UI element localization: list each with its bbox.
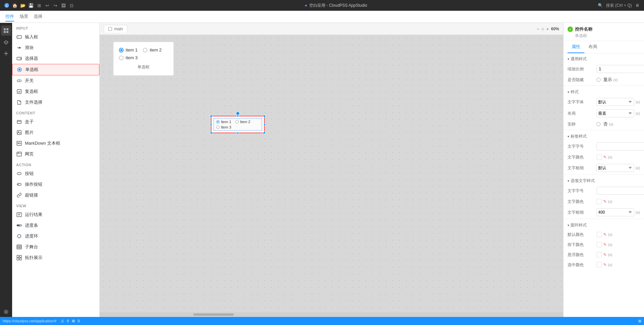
tab-controls[interactable]: 控件 <box>5 12 14 22</box>
home-icon[interactable]: 🏠 <box>12 3 18 8</box>
prop-selected-color-swatch[interactable] <box>597 262 602 267</box>
component-checkbox[interactable]: 复选框 <box>12 86 99 97</box>
component-progress-ring[interactable]: 进度环 <box>12 231 99 242</box>
prop-press-color-label: 按下颜色 <box>568 242 594 248</box>
component-run-result[interactable]: 运行结果 <box>12 209 99 220</box>
zoom-fit-button[interactable]: ○ <box>541 26 544 32</box>
component-slider[interactable]: 滑块 <box>12 42 99 53</box>
tab-scenes[interactable]: 场景 <box>20 12 28 22</box>
preview-radio-item-1[interactable]: item 1 <box>119 47 137 52</box>
progress-ring-icon <box>16 233 22 239</box>
svg-rect-35 <box>18 246 19 248</box>
component-image[interactable]: 图片 <box>12 127 99 138</box>
prop-hide-option: 显示 <box>603 77 612 83</box>
component-radio[interactable]: 单选框 <box>12 64 99 75</box>
prop-tab-layout[interactable]: 布局 <box>584 41 601 53</box>
canvas-scrollbar[interactable] <box>100 312 563 317</box>
selected-radio-circle-1 <box>216 120 220 123</box>
prop-default-color-swatch[interactable] <box>597 232 602 237</box>
export-icon[interactable]: ⊡ <box>69 3 74 8</box>
preview-icon[interactable]: 🖼 <box>61 3 66 8</box>
component-input-box[interactable]: 输入框 <box>12 32 99 42</box>
prop-label-color-edit[interactable]: ✎ <box>603 155 607 159</box>
preview-widget[interactable]: item 1 item 2 item 3 单选框 <box>113 42 174 76</box>
preview-radio-item-2[interactable]: item 2 <box>143 47 161 52</box>
component-sub-stage[interactable]: 子舞台 <box>12 242 99 252</box>
search-icon[interactable]: 🔍 <box>598 3 603 8</box>
prop-section-style-label: 样式 <box>571 89 579 95</box>
prop-press-color-edit[interactable]: ✎ <box>603 242 607 247</box>
prop-selected-color-edit[interactable]: ✎ <box>603 262 607 267</box>
component-expand[interactable]: 拓扑展示 <box>12 252 99 263</box>
selected-radio-item-3[interactable]: Item 3 <box>216 125 259 129</box>
monitor-icon[interactable]: 🖥 <box>635 3 640 8</box>
component-hyperlink[interactable]: 超链接 <box>12 190 99 201</box>
sidebar-icon-settings[interactable] <box>1 307 11 317</box>
prop-default-color-edit[interactable]: ✎ <box>603 232 607 237</box>
prop-option-fontsize-input[interactable] <box>597 187 644 195</box>
prop-divider-3 <box>564 174 644 175</box>
status-icons: ⚠ 0 ⊗ 0 <box>61 319 80 323</box>
zoom-out-button[interactable]: − <box>537 26 539 32</box>
grid-icon[interactable]: ⊞ <box>36 3 42 8</box>
prop-label-fontsize-input[interactable] <box>597 142 644 150</box>
component-progress-bar[interactable]: 进度条 <box>12 220 99 231</box>
prop-scale-input[interactable] <box>597 65 644 73</box>
component-image-label: 图片 <box>25 130 34 136</box>
svg-rect-38 <box>20 255 22 257</box>
sidebar-icon-components[interactable] <box>1 26 11 36</box>
prop-option-color-edit[interactable]: ✎ <box>603 199 607 204</box>
status-expand-icon[interactable]: ⊞ <box>638 319 641 323</box>
component-box[interactable]: 盒子 <box>12 116 99 127</box>
scrollbar-thumb[interactable] <box>193 314 234 316</box>
component-webpage[interactable]: 网页 <box>12 149 99 159</box>
checkbox-icon <box>16 88 22 95</box>
file-select-icon <box>16 99 22 105</box>
sidebar-icon-layers[interactable] <box>1 37 11 47</box>
prop-tab-props[interactable]: 属性 <box>568 41 584 53</box>
component-op-button[interactable]: 操作按钮 <box>12 179 99 190</box>
prop-panel: ✓ 控件名称 单选框 属性 布局 ▾ 通用样式 缩放比例 (x) 是否隐藏 <box>563 23 644 317</box>
selected-radio-item-2[interactable]: Item 2 <box>235 120 251 124</box>
prop-layout-select[interactable]: 垂直 <box>597 109 634 117</box>
svg-rect-36 <box>20 246 21 248</box>
preview-radio-row-1: item 1 item 2 <box>119 47 168 52</box>
canvas-body[interactable]: item 1 item 2 item 3 单选框 <box>100 35 563 312</box>
sidebar-icon-tools[interactable] <box>1 48 11 59</box>
prop-font-select[interactable]: 默认 <box>597 98 634 106</box>
component-markdown[interactable]: MarkDown 文本框 <box>12 138 99 149</box>
component-selector[interactable]: 选择器 <box>12 53 99 64</box>
prop-hide-value: 显示 (x) <box>597 77 640 83</box>
undo-icon[interactable]: ↩ <box>44 3 50 8</box>
component-file-select[interactable]: 文件选择 <box>12 97 99 108</box>
save-icon[interactable]: 💾 <box>28 3 34 8</box>
folder-icon[interactable]: 📂 <box>20 3 26 8</box>
selected-radio-item-1[interactable]: Item 1 <box>216 120 231 124</box>
selected-widget-inner: Item 1 Item 2 Item 3 <box>212 116 264 133</box>
prop-row-font: 文字字体 默认 (x) <box>564 96 644 108</box>
status-bar-right: ⊞ <box>638 319 641 323</box>
prop-hover-color-edit[interactable]: ✎ <box>603 252 607 257</box>
prop-option-color-swatch[interactable] <box>597 199 602 204</box>
prop-quiet-radio-item[interactable] <box>597 122 601 126</box>
zoom-in-button[interactable]: + <box>546 26 549 32</box>
prop-default-color-x: (x) <box>608 232 612 237</box>
preview-radio-item-3[interactable]: item 3 <box>119 55 168 60</box>
svg-rect-22 <box>17 152 22 156</box>
selected-widget[interactable]: Item 1 Item 2 Item 3 <box>211 116 265 133</box>
component-button[interactable]: 按钮 <box>12 168 99 179</box>
prop-option-weight-select[interactable]: 400 <box>597 208 634 216</box>
canvas-tab-main[interactable]: main <box>104 25 127 33</box>
component-switch[interactable]: 开关 <box>12 75 99 86</box>
status-warning-count: 0 <box>67 319 69 323</box>
prop-label-weight-select[interactable]: 默认 <box>597 164 634 172</box>
prop-hover-color-swatch[interactable] <box>597 252 602 257</box>
run-result-icon <box>16 212 22 218</box>
prop-section-circle: ▾ 圆环样式 <box>564 220 644 229</box>
search-label[interactable]: 搜索 (Ctrl + Q) <box>606 3 632 8</box>
prop-label-color-swatch[interactable] <box>597 154 602 160</box>
tab-select[interactable]: 选择 <box>34 12 42 22</box>
redo-icon[interactable]: ↪ <box>53 3 58 8</box>
prop-press-color-swatch[interactable] <box>597 242 602 247</box>
prop-hide-radio-item[interactable] <box>597 78 601 82</box>
